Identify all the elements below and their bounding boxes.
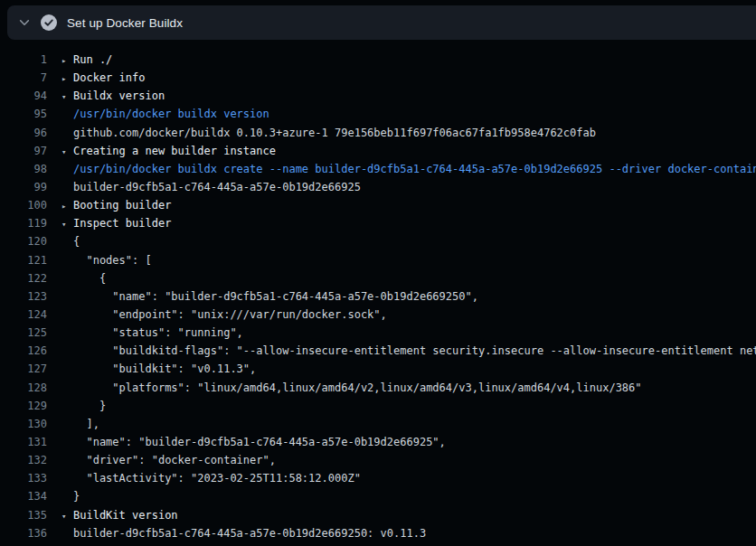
output-text: "endpoint": "unix:///var/run/docker.sock… (73, 308, 387, 321)
output-text: "lastActivity": "2023-02-25T11:58:12.000… (73, 472, 361, 485)
group-title[interactable]: Buildx version (73, 89, 165, 102)
line-number-link[interactable]: 119 (0, 214, 47, 232)
log-line: 133 "lastActivity": "2023-02-25T11:58:12… (0, 469, 756, 487)
log-line: 128 "platforms": "linux/amd64,linux/amd6… (0, 379, 756, 397)
check-circle-icon (41, 14, 57, 31)
output-text: } (73, 490, 80, 503)
line-number-link[interactable]: 129 (0, 397, 47, 415)
log-line: 124 "endpoint": "unix:///var/run/docker.… (0, 306, 756, 324)
output-text: "name": "builder-d9cfb5a1-c764-445a-a57e… (73, 290, 478, 303)
group-toggle-collapsed-icon[interactable]: ▸ (61, 70, 73, 87)
line-number-link[interactable]: 121 (0, 251, 47, 269)
line-number-link[interactable]: 100 (0, 196, 47, 214)
command-text: /usr/bin/docker buildx create --name bui… (73, 163, 756, 175)
line-number-link[interactable]: 130 (0, 415, 47, 433)
group-toggle-collapsed-icon[interactable]: ▸ (61, 197, 73, 214)
group-title[interactable]: Inspect builder (73, 217, 171, 230)
log-line: 94▾Buildx version (0, 87, 756, 105)
line-number-link[interactable]: 125 (0, 324, 47, 342)
line-number-link[interactable]: 126 (0, 342, 47, 360)
log-line: 122 { (0, 269, 756, 287)
log-line: 123 "name": "builder-d9cfb5a1-c764-445a-… (0, 287, 756, 306)
command-text: /usr/bin/docker buildx version (73, 108, 269, 120)
line-number-link[interactable]: 123 (0, 287, 47, 306)
output-text: "status": "running", (73, 326, 243, 339)
line-number-link[interactable]: 98 (0, 160, 47, 178)
output-text: "buildkit": "v0.11.3", (73, 362, 256, 375)
output-text: } (73, 400, 106, 412)
group-toggle-expanded-icon[interactable]: ▾ (61, 88, 73, 105)
log-line: 96github.com/docker/buildx 0.10.3+azure-… (0, 124, 756, 142)
group-toggle-expanded-icon[interactable]: ▾ (61, 215, 73, 232)
group-title[interactable]: Creating a new builder instance (73, 145, 276, 157)
group-toggle-collapsed-icon[interactable]: ▸ (61, 52, 73, 69)
output-text: "driver": "docker-container", (73, 454, 276, 466)
line-number-link[interactable]: 136 (0, 524, 47, 542)
line-number-link[interactable]: 127 (0, 360, 47, 378)
log-line: 135▾BuildKit version (0, 506, 756, 524)
log-line: 121 "nodes": [ (0, 251, 756, 269)
chevron-down-icon[interactable] (18, 16, 31, 29)
log-line: 119▾Inspect builder (0, 214, 756, 232)
line-number-link[interactable]: 99 (0, 178, 47, 196)
log-line: 131 "name": "builder-d9cfb5a1-c764-445a-… (0, 433, 756, 451)
line-number-link[interactable]: 95 (0, 105, 47, 123)
log-line: 7▸Docker info (0, 69, 756, 87)
log-line: 129 } (0, 397, 756, 415)
log-line: 125 "status": "running", (0, 324, 756, 342)
line-number-link[interactable]: 97 (0, 142, 47, 160)
output-text: "platforms": "linux/amd64,linux/amd64/v2… (73, 381, 642, 394)
group-title[interactable]: Docker info (73, 71, 145, 84)
line-number-link[interactable]: 134 (0, 487, 47, 505)
output-text: { (73, 272, 106, 285)
line-number-link[interactable]: 128 (0, 379, 47, 397)
log-line: 132 "driver": "docker-container", (0, 451, 756, 469)
output-text: "name": "builder-d9cfb5a1-c764-445a-a57e… (73, 436, 446, 448)
log-line: 126 "buildkitd-flags": "--allow-insecure… (0, 342, 756, 360)
log-line: 136builder-d9cfb5a1-c764-445a-a57e-0b19d… (0, 524, 756, 542)
line-number-link[interactable]: 1 (0, 51, 47, 69)
step-title: Set up Docker Buildx (67, 16, 183, 30)
output-text: "nodes": [ (73, 254, 152, 267)
output-text: github.com/docker/buildx 0.10.3+azure-1 … (73, 127, 596, 139)
log-output: 1▸Run ./7▸Docker info94▾Buildx version95… (0, 40, 756, 546)
line-number-link[interactable]: 122 (0, 269, 47, 287)
line-number-link[interactable]: 132 (0, 451, 47, 469)
log-line: 100▸Booting builder (0, 196, 756, 214)
line-number-link[interactable]: 94 (0, 87, 47, 105)
step-header[interactable]: Set up Docker Buildx (7, 5, 756, 40)
log-line: 130 ], (0, 415, 756, 433)
log-line: 120{ (0, 232, 756, 250)
output-text: builder-d9cfb5a1-c764-445a-a57e-0b19d2e6… (73, 181, 361, 193)
log-line: 127 "buildkit": "v0.11.3", (0, 360, 756, 378)
group-toggle-expanded-icon[interactable]: ▾ (61, 507, 73, 524)
log-line: 95/usr/bin/docker buildx version (0, 105, 756, 123)
output-text: "buildkitd-flags": "--allow-insecure-ent… (73, 344, 756, 357)
line-number-link[interactable]: 124 (0, 306, 47, 324)
line-number-link[interactable]: 120 (0, 232, 47, 250)
line-number-link[interactable]: 135 (0, 506, 47, 524)
log-line: 1▸Run ./ (0, 51, 756, 69)
output-text: ], (73, 418, 99, 430)
line-number-link[interactable]: 131 (0, 433, 47, 451)
group-title[interactable]: Booting builder (73, 199, 171, 212)
log-line: 98/usr/bin/docker buildx create --name b… (0, 160, 756, 178)
group-title[interactable]: Run ./ (73, 53, 112, 66)
output-text: builder-d9cfb5a1-c764-445a-a57e-0b19d2e6… (73, 527, 426, 540)
log-line: 99builder-d9cfb5a1-c764-445a-a57e-0b19d2… (0, 178, 756, 196)
line-number-link[interactable]: 7 (0, 69, 47, 87)
group-toggle-expanded-icon[interactable]: ▾ (61, 143, 73, 160)
log-line: 134} (0, 487, 756, 505)
output-text: { (73, 235, 80, 248)
log-line: 97▾Creating a new builder instance (0, 142, 756, 160)
line-number-link[interactable]: 133 (0, 469, 47, 487)
line-number-link[interactable]: 96 (0, 124, 47, 142)
group-title[interactable]: BuildKit version (73, 509, 178, 522)
